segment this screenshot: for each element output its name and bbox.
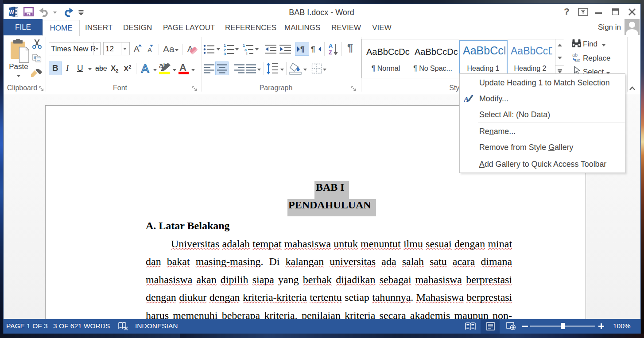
svg-text:A: A [329,43,333,49]
svg-text:¶: ¶ [311,45,315,54]
svg-text:W: W [9,9,14,15]
svg-text:A: A [464,95,469,104]
svg-text:a: a [244,48,247,52]
svg-text:3: 3 [224,52,226,55]
svg-text:i: i [246,52,248,55]
svg-text:Z: Z [329,50,332,56]
svg-text:1: 1 [224,43,226,48]
svg-text:2: 2 [224,48,226,52]
svg-text:¶: ¶ [300,45,304,54]
svg-text:1: 1 [243,43,245,48]
